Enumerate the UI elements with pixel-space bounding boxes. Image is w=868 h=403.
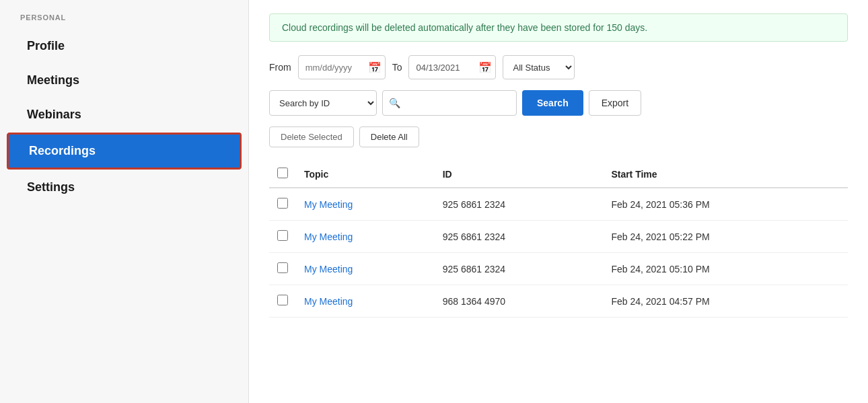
filters-row: From 📅 To 📅 All Status Completed Process…: [269, 55, 848, 79]
action-row: Delete Selected Delete All: [269, 126, 848, 147]
row-checkbox-cell: [269, 253, 296, 285]
to-label: To: [392, 62, 402, 73]
table-row: My Meeting 925 6861 2324 Feb 24, 2021 05…: [269, 253, 848, 285]
row-checkbox-3[interactable]: [277, 295, 288, 305]
search-input[interactable]: [382, 90, 517, 116]
export-button[interactable]: Export: [589, 90, 641, 116]
sidebar-section-label: PERSONAL: [0, 13, 248, 28]
search-button[interactable]: Search: [522, 90, 583, 116]
select-all-checkbox[interactable]: [277, 168, 288, 178]
table-row: My Meeting 925 6861 2324 Feb 24, 2021 05…: [269, 221, 848, 253]
row-checkbox-1[interactable]: [277, 230, 288, 241]
sidebar-item-webinars[interactable]: Webinars: [7, 98, 242, 131]
row-start-time-1: Feb 24, 2021 05:22 PM: [603, 221, 848, 253]
row-id-1: 925 6861 2324: [435, 221, 604, 253]
delete-all-button[interactable]: Delete All: [359, 126, 419, 147]
th-id: ID: [435, 161, 604, 188]
row-checkbox-cell: [269, 285, 296, 318]
row-checkbox-cell: [269, 188, 296, 221]
sidebar: PERSONAL Profile Meetings Webinars Recor…: [0, 0, 249, 403]
notice-text: Cloud recordings will be deleted automat…: [282, 22, 647, 33]
recordings-table: Topic ID Start Time My Meeting 925 6861 …: [269, 161, 848, 318]
search-input-wrap: 🔍: [382, 90, 517, 116]
table-row: My Meeting 925 6861 2324 Feb 24, 2021 05…: [269, 188, 848, 221]
sidebar-item-meetings[interactable]: Meetings: [7, 64, 242, 97]
sidebar-item-profile[interactable]: Profile: [7, 30, 242, 63]
row-id-0: 925 6861 2324: [435, 188, 604, 221]
row-topic-link-2[interactable]: My Meeting: [304, 264, 353, 274]
from-calendar-icon[interactable]: 📅: [368, 61, 382, 74]
table-header-row: Topic ID Start Time: [269, 161, 848, 188]
row-id-2: 925 6861 2324: [435, 253, 604, 285]
row-start-time-0: Feb 24, 2021 05:36 PM: [603, 188, 848, 221]
row-topic-link-1[interactable]: My Meeting: [304, 231, 353, 242]
row-topic-link-0[interactable]: My Meeting: [304, 199, 353, 210]
row-topic-1: My Meeting: [296, 221, 435, 253]
row-checkbox-2[interactable]: [277, 262, 288, 273]
search-icon: 🔍: [389, 98, 400, 108]
table-row: My Meeting 968 1364 4970 Feb 24, 2021 04…: [269, 285, 848, 318]
th-start-time: Start Time: [603, 161, 848, 188]
row-checkbox-0[interactable]: [277, 198, 288, 209]
search-type-select[interactable]: Search by ID Search by Topic: [269, 90, 377, 116]
sidebar-item-settings[interactable]: Settings: [7, 171, 242, 204]
row-start-time-2: Feb 24, 2021 05:10 PM: [603, 253, 848, 285]
sidebar-item-recordings[interactable]: Recordings: [7, 133, 242, 170]
search-row: Search by ID Search by Topic 🔍 Search Ex…: [269, 90, 848, 116]
status-select[interactable]: All Status Completed Processing: [503, 55, 575, 79]
row-checkbox-cell: [269, 221, 296, 253]
to-date-wrap: 📅: [408, 55, 496, 79]
row-id-3: 968 1364 4970: [435, 285, 604, 318]
row-topic-2: My Meeting: [296, 253, 435, 285]
th-select-all: [269, 161, 296, 188]
row-start-time-3: Feb 24, 2021 04:57 PM: [603, 285, 848, 318]
row-topic-0: My Meeting: [296, 188, 435, 221]
row-topic-3: My Meeting: [296, 285, 435, 318]
row-topic-link-3[interactable]: My Meeting: [304, 296, 353, 307]
to-calendar-icon[interactable]: 📅: [478, 61, 492, 74]
from-label: From: [269, 62, 291, 73]
notice-banner: Cloud recordings will be deleted automat…: [269, 13, 848, 42]
main-content: Cloud recordings will be deleted automat…: [249, 0, 868, 403]
from-date-wrap: 📅: [298, 55, 386, 79]
delete-selected-button[interactable]: Delete Selected: [269, 126, 354, 147]
th-topic: Topic: [296, 161, 435, 188]
